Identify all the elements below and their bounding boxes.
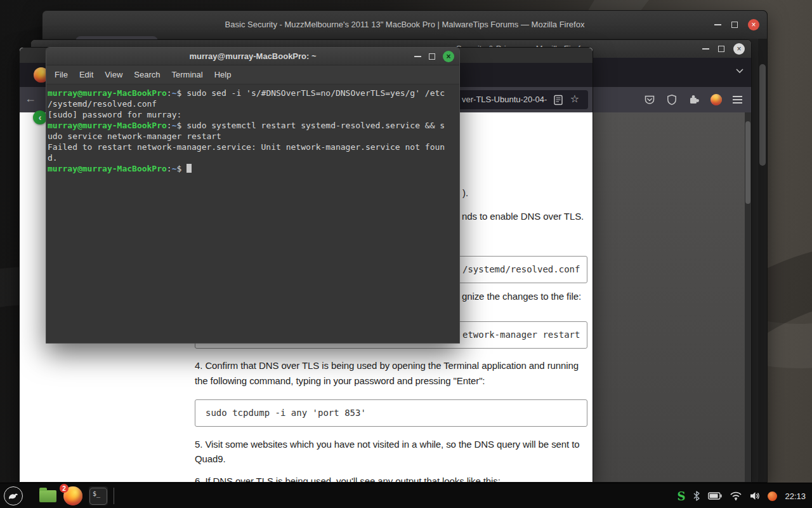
close-button[interactable]: × (443, 51, 454, 62)
folder-icon (39, 490, 56, 502)
terminal-output: murray@murray-MacBookPro:~$ sudo sed -i … (48, 88, 458, 174)
code-text-fragment: /systemd/resolved.conf (462, 264, 580, 274)
desktop: Basic Security - MuzzMelbourne's 2011 13… (0, 0, 812, 508)
tray-s-icon[interactable]: S (677, 490, 685, 503)
menu-icon[interactable] (733, 96, 742, 104)
page-text: Quad9. (195, 453, 226, 464)
menu-item-terminal[interactable]: Terminal (166, 65, 209, 84)
scrollbar[interactable] (745, 112, 751, 482)
terminal-menubar: File Edit View Search Terminal Help (46, 65, 459, 84)
code-text: sudo tcpdump -i any 'port 853' (206, 408, 366, 418)
terminal-screen[interactable]: murray@murray-MacBookPro:~$ sudo sed -i … (46, 85, 459, 343)
terminal-window: murray@murray-MacBookPro: ~ × File Edit … (46, 47, 460, 344)
menu-item-edit[interactable]: Edit (74, 65, 99, 84)
tray-orange-icon[interactable] (768, 491, 777, 501)
close-button[interactable]: × (748, 19, 759, 30)
taskbar-terminal-button[interactable]: $_ (89, 486, 108, 505)
terminal-cursor (187, 164, 192, 173)
menu-item-view[interactable]: View (99, 65, 128, 84)
extensions-icon[interactable] (688, 94, 700, 105)
pocket-icon[interactable] (644, 94, 655, 105)
window-title: Basic Security - MuzzMelbourne's 2011 13… (43, 11, 767, 39)
maximize-button[interactable] (429, 53, 435, 60)
code-text-fragment: etwork-manager restart (462, 330, 580, 340)
terminal-icon: $_ (89, 488, 107, 505)
maximize-button[interactable] (718, 46, 724, 52)
menu-item-search[interactable]: Search (128, 65, 166, 84)
code-block: sudo tcpdump -i any 'port 853' (195, 399, 587, 427)
taskbar-separator (114, 488, 114, 504)
scrollbar[interactable] (758, 39, 767, 482)
wifi-icon[interactable] (730, 491, 742, 500)
reader-mode-icon[interactable] (554, 95, 563, 105)
taskbar-files-button[interactable] (38, 486, 57, 505)
minimize-button[interactable] (414, 56, 421, 57)
close-button[interactable]: × (733, 43, 745, 55)
page-text: the following command, typing in your pa… (195, 375, 485, 386)
notification-badge: 2 (60, 484, 69, 493)
page-text-fragment: nds to enable DNS over TLS. (462, 211, 584, 222)
bluetooth-icon[interactable] (693, 491, 700, 501)
list-all-tabs-icon[interactable] (736, 69, 743, 74)
page-text: 6. If DNS over TLS is being used, you'll… (195, 476, 501, 482)
minimize-button[interactable] (702, 48, 709, 50)
page-text: 4. Confirm that DNS over TLS is being us… (195, 360, 579, 371)
account-fox-icon[interactable] (710, 94, 722, 105)
battery-icon[interactable] (708, 492, 722, 500)
start-menu-button[interactable] (4, 486, 23, 505)
menu-item-file[interactable]: File (49, 65, 74, 84)
back-button[interactable]: ← (25, 92, 36, 105)
volume-icon[interactable] (750, 491, 760, 500)
maximize-button[interactable] (731, 22, 738, 28)
page-text-fragment: gnize the changes to the file: (462, 291, 581, 302)
window-titlebar[interactable]: murray@murray-MacBookPro: ~ × (46, 48, 459, 65)
hummingbird-icon (8, 491, 19, 501)
minimize-button[interactable] (714, 24, 721, 25)
share-badge-icon[interactable]: ‹ (33, 110, 47, 124)
terminal-title: murray@murray-MacBookPro: ~ (46, 48, 459, 65)
system-tray: S 22:13 (677, 483, 806, 508)
scrollbar-thumb[interactable] (745, 121, 750, 204)
page-text-fragment: ). (462, 187, 468, 198)
clock[interactable]: 22:13 (785, 491, 806, 501)
url-text: ver-TLS-Ubuntu-20-04- (462, 95, 547, 104)
page-text: 5. Visit some websites which you have no… (195, 439, 579, 450)
taskbar-firefox-button[interactable]: 2 (63, 486, 82, 505)
scrollbar-thumb[interactable] (759, 64, 766, 166)
bookmark-star-icon[interactable]: ☆ (570, 93, 579, 105)
window-titlebar[interactable]: Basic Security - MuzzMelbourne's 2011 13… (43, 11, 767, 39)
taskbar: 2 $_ S 22:13 (0, 483, 812, 508)
shield-icon[interactable] (666, 94, 678, 105)
menu-item-help[interactable]: Help (209, 65, 237, 84)
